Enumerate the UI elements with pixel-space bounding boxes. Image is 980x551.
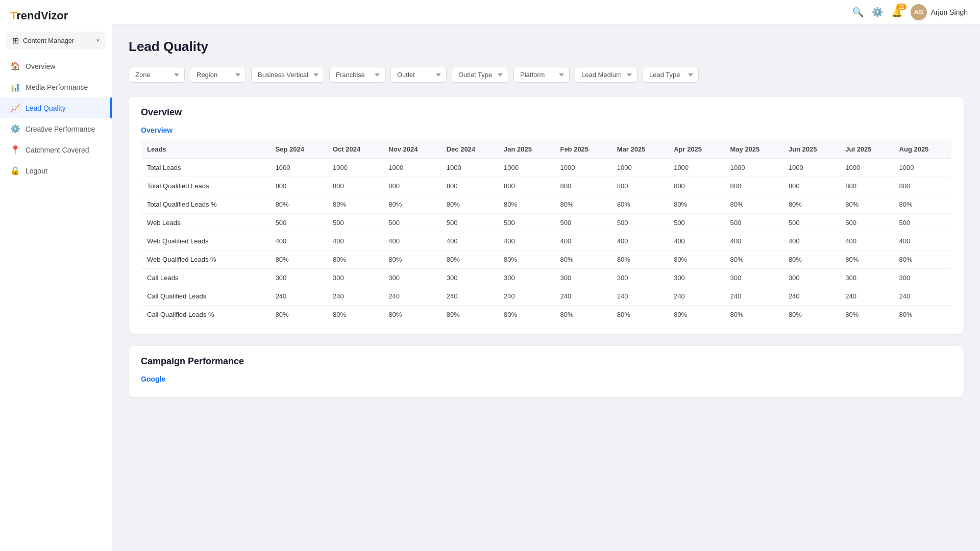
table-row: Call Qualified Leads24024024024024024024…	[141, 287, 951, 306]
cell-value: 400	[724, 232, 782, 251]
outlet-filter[interactable]: Outlet	[390, 67, 447, 83]
table-row: Total Qualified Leads8008008008008008008…	[141, 177, 951, 195]
table-row: Web Leads5005005005005005005005005005005…	[141, 214, 951, 232]
cell-value: 800	[498, 177, 554, 195]
cell-value: 80%	[893, 306, 951, 324]
cell-value: 300	[327, 269, 382, 287]
outlet-type-filter[interactable]: Outlet Type	[452, 67, 508, 83]
cell-value: 80%	[668, 251, 724, 269]
settings-icon[interactable]: ⚙️	[872, 7, 883, 18]
sidebar-item-creative-label: Creative Performance	[26, 125, 95, 133]
franchise-filter[interactable]: Franchise	[329, 67, 385, 83]
cell-value: 300	[611, 269, 668, 287]
col-header-nov2024: Nov 2024	[382, 140, 440, 159]
col-header-dec2024: Dec 2024	[440, 140, 498, 159]
cell-value: 80%	[782, 306, 839, 324]
table-row: Web Qualified Leads %80%80%80%80%80%80%8…	[141, 251, 951, 269]
cell-value: 800	[270, 177, 327, 195]
cell-value: 1000	[668, 159, 724, 177]
col-header-may2025: May 2025	[724, 140, 782, 159]
chevron-down-icon: ▾	[96, 37, 100, 44]
cell-value: 400	[327, 232, 382, 251]
sidebar-item-logout[interactable]: 🔒 Logout	[0, 160, 112, 181]
sidebar-item-creative-performance[interactable]: ⚙️ Creative Performance	[0, 118, 112, 139]
col-header-leads: Leads	[141, 140, 270, 159]
sidebar-item-media-performance[interactable]: 📊 Media Performance	[0, 77, 112, 97]
cell-value: 800	[839, 177, 893, 195]
location-icon: 📍	[10, 145, 20, 155]
cell-value: 80%	[382, 251, 440, 269]
cell-value: 80%	[724, 306, 782, 324]
cell-value: 80%	[839, 195, 893, 214]
notification-bell[interactable]: 🔔 11	[891, 7, 902, 18]
avatar: AS	[911, 4, 927, 20]
cell-value: 1000	[440, 159, 498, 177]
cell-value: 80%	[782, 195, 839, 214]
cell-value: 500	[498, 214, 554, 232]
cell-value: 80%	[498, 306, 554, 324]
cell-value: 240	[382, 287, 440, 306]
content-manager-button[interactable]: ⊞ Content Manager ▾	[6, 32, 106, 49]
cell-value: 500	[611, 214, 668, 232]
grid-icon: ⊞	[12, 36, 19, 45]
cell-value: 80%	[724, 251, 782, 269]
cell-value: 240	[668, 287, 724, 306]
sidebar: TrendVizor ⊞ Content Manager ▾ 🏠 Overvie…	[0, 0, 112, 551]
cell-value: 80%	[382, 195, 440, 214]
campaign-performance-section: Campaign Performance Google	[129, 346, 964, 397]
cell-value: 500	[327, 214, 382, 232]
cell-value: 800	[327, 177, 382, 195]
search-icon[interactable]: 🔍	[852, 7, 864, 18]
sidebar-item-lead-quality[interactable]: 📈 Lead Quality	[0, 97, 112, 118]
cell-value: 300	[893, 269, 951, 287]
cell-value: 240	[839, 287, 893, 306]
cell-value: 240	[782, 287, 839, 306]
business-vertical-filter[interactable]: Business Vertical	[251, 67, 324, 83]
cell-value: 80%	[839, 251, 893, 269]
zone-filter[interactable]: Zone	[129, 67, 185, 83]
sidebar-item-overview[interactable]: 🏠 Overview	[0, 56, 112, 77]
platform-filter[interactable]: Platform	[513, 67, 570, 83]
cell-value: 500	[440, 214, 498, 232]
main-wrapper: 🔍 ⚙️ 🔔 11 AS Arjun Singh Lead Quality Zo…	[112, 0, 980, 551]
cell-value: 80%	[839, 306, 893, 324]
google-label: Google	[141, 375, 951, 383]
table-row: Web Qualified Leads400400400400400400400…	[141, 232, 951, 251]
col-header-mar2025: Mar 2025	[611, 140, 668, 159]
region-filter[interactable]: Region	[190, 67, 246, 83]
cell-value: 80%	[270, 195, 327, 214]
sidebar-item-catchment-covered[interactable]: 📍 Catchment Covered	[0, 139, 112, 160]
cell-value: 500	[270, 214, 327, 232]
cell-value: 80%	[554, 306, 610, 324]
col-header-feb2025: Feb 2025	[554, 140, 610, 159]
col-header-jul2025: Jul 2025	[839, 140, 893, 159]
cell-value: 80%	[554, 251, 610, 269]
lead-medium-filter[interactable]: Lead Medium	[575, 67, 638, 83]
cell-value: 1000	[498, 159, 554, 177]
cell-value: 300	[498, 269, 554, 287]
cell-value: 300	[382, 269, 440, 287]
cell-value: 1000	[611, 159, 668, 177]
cell-value: 500	[839, 214, 893, 232]
row-label: Call Qualified Leads %	[141, 306, 270, 324]
cell-value: 1000	[839, 159, 893, 177]
lead-type-filter[interactable]: Lead Type	[643, 67, 699, 83]
col-header-apr2025: Apr 2025	[668, 140, 724, 159]
cell-value: 400	[382, 232, 440, 251]
page-title: Lead Quality	[129, 39, 964, 55]
cell-value: 80%	[724, 195, 782, 214]
table-row: Total Qualified Leads %80%80%80%80%80%80…	[141, 195, 951, 214]
logo-area: TrendVizor	[0, 0, 112, 32]
cell-value: 500	[668, 214, 724, 232]
cell-value: 800	[724, 177, 782, 195]
col-header-oct2024: Oct 2024	[327, 140, 382, 159]
sidebar-nav: 🏠 Overview 📊 Media Performance 📈 Lead Qu…	[0, 56, 112, 551]
cell-value: 300	[782, 269, 839, 287]
cell-value: 400	[498, 232, 554, 251]
cell-value: 1000	[382, 159, 440, 177]
notification-badge: 11	[896, 4, 906, 10]
cell-value: 240	[327, 287, 382, 306]
cell-value: 80%	[440, 306, 498, 324]
user-profile[interactable]: AS Arjun Singh	[911, 4, 968, 20]
row-label: Total Qualified Leads %	[141, 195, 270, 214]
